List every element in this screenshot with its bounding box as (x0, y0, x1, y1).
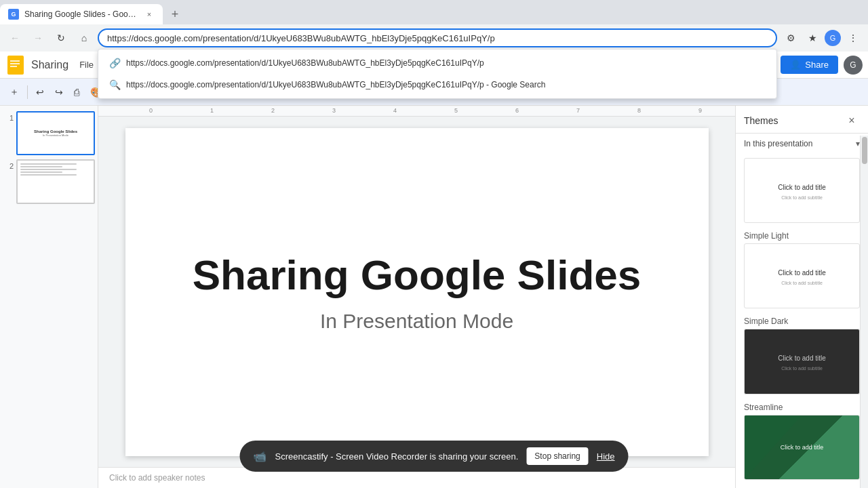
theme-preview-simple-light-subtitle: Click to add subtitle (781, 281, 823, 285)
slide-2-content (18, 161, 94, 202)
theme-preview-simple-light-inner: Click to add title Click to add subtitle (745, 244, 859, 308)
theme-name-simple-light: Simple Light (744, 231, 860, 241)
dropdown-item-2-text: https://docs.google.com/presentation/d/1… (126, 80, 545, 89)
ruler-label-7: 7 (576, 107, 580, 114)
browser-chrome: G Sharing Google Slides - Goog... × + ← … (0, 0, 868, 52)
tab-bar: G Sharing Google Slides - Goog... × + (0, 0, 868, 24)
forward-button[interactable]: → (28, 28, 47, 47)
insert-button[interactable]: ＋ (5, 83, 23, 102)
slide-2-thumb[interactable] (16, 159, 95, 203)
theme-preview-simple-dark-inner: Click to add title Click to add subtitle (745, 329, 859, 393)
slide-subtitle[interactable]: In Presentation Mode (320, 310, 513, 333)
theme-item-simple-dark[interactable]: Simple Dark Click to add title Click to … (736, 312, 868, 398)
app-title: Sharing (31, 59, 68, 71)
ruler-label-5: 5 (454, 107, 458, 114)
canvas-content: Sharing Google Slides In Presentation Mo… (98, 117, 735, 467)
active-tab[interactable]: G Sharing Google Slides - Goog... × (0, 4, 163, 24)
theme-item-streamline[interactable]: Streamline Click to add title (736, 399, 868, 484)
insert-icon: ＋ (9, 86, 19, 98)
ruler-label-2: 2 (271, 107, 275, 114)
notification-message: Screencastify - Screen Video Recorder is… (275, 451, 518, 462)
redo-button[interactable]: ↪ (51, 83, 67, 102)
reload-button[interactable]: ↻ (52, 28, 71, 47)
svg-rect-3 (10, 66, 17, 67)
svg-rect-0 (7, 56, 24, 75)
svg-rect-1 (10, 60, 20, 62)
slide-1-number: 1 (3, 111, 14, 122)
theme-preview-simple-dark: Click to add title Click to add subtitle (744, 329, 860, 394)
tab-favicon: G (8, 9, 19, 20)
themes-header: Themes × (736, 106, 868, 134)
theme-item-simple-light[interactable]: Simple Light Click to add title Click to… (736, 227, 868, 312)
address-bar[interactable]: https://docs.google.com/presentation/d/1… (98, 28, 777, 47)
user-avatar[interactable]: G (844, 56, 863, 75)
slide-1-thumb-subtitle: In Presentation Mode (43, 134, 68, 137)
extensions-button[interactable]: ⚙ (781, 28, 800, 47)
theme-preview-simple-dark-subtitle: Click to add subtitle (781, 366, 823, 371)
tab-close-button[interactable]: × (144, 9, 155, 20)
canvas-area: 0 1 2 3 4 5 6 7 8 9 Sharing Google Slide… (98, 106, 735, 488)
ruler-label-4: 4 (393, 107, 397, 114)
slide-panel: 1 Sharing Google Slides In Presentation … (0, 106, 98, 488)
theme-preview-streamline: Click to add title (744, 415, 860, 480)
theme-preview-streamline-title: Click to add title (778, 441, 827, 453)
address-container: https://docs.google.com/presentation/d/1… (98, 28, 777, 47)
slide-canvas[interactable]: Sharing Google Slides In Presentation Mo… (125, 128, 709, 456)
ruler-label-9: 9 (698, 107, 702, 114)
theme-preview-simple-light: Click to add title Click to add subtitle (744, 243, 860, 308)
thumb-line-1 (20, 163, 77, 165)
back-button[interactable]: ← (5, 28, 24, 47)
app-logo (5, 55, 26, 75)
link-icon: 🔗 (109, 58, 121, 68)
stop-sharing-button[interactable]: Stop sharing (526, 447, 588, 465)
ruler-label-3: 3 (332, 107, 336, 114)
thumb-line-2 (20, 166, 62, 167)
menu-button[interactable]: ⋮ (844, 28, 863, 47)
notification-bar: 📹 Screencastify - Screen Video Recorder … (239, 441, 628, 472)
themes-filter-label: In this presentation (744, 139, 853, 148)
share-button[interactable]: 👤 Share (781, 56, 838, 74)
home-button[interactable]: ⌂ (75, 28, 94, 47)
theme-preview-current-inner: Click to add title Click to add subtitle (745, 159, 859, 222)
share-label: Share (805, 60, 829, 70)
theme-preview-simple-dark-title: Click to add title (775, 352, 829, 365)
ruler-label-6: 6 (515, 107, 519, 114)
svg-rect-2 (10, 63, 20, 64)
themes-panel: Themes × In this presentation ▾ Click to… (735, 106, 868, 488)
ruler-label-8: 8 (637, 107, 641, 114)
theme-item-focus[interactable]: Focus Click to add title xxxxxxxxxx (736, 484, 868, 488)
thumb-line-4 (20, 171, 62, 173)
new-tab-button[interactable]: + (165, 5, 184, 24)
browser-actions: ⚙ ★ G ⋮ (781, 28, 863, 47)
hide-button[interactable]: Hide (597, 451, 615, 462)
print-button[interactable]: ⎙ (70, 83, 83, 102)
theme-item-current[interactable]: Click to add title Click to add subtitle (736, 154, 868, 227)
theme-preview-simple-light-title: Click to add title (775, 266, 829, 279)
screencastify-icon: 📹 (253, 450, 267, 463)
ruler-label-0: 0 (149, 107, 153, 114)
slide-2-number: 2 (3, 159, 14, 170)
thumb-line-5 (20, 174, 77, 176)
slide-notes-placeholder: Click to add speaker notes (109, 473, 205, 483)
menu-file[interactable]: File (74, 57, 99, 73)
dropdown-item-1-text: https://docs.google.com/presentation/d/1… (126, 58, 484, 68)
theme-name-simple-dark: Simple Dark (744, 317, 860, 326)
dropdown-item-1[interactable]: 🔗 https://docs.google.com/presentation/d… (98, 52, 776, 74)
slide-main-title[interactable]: Sharing Google Slides (193, 251, 641, 299)
separator-1 (27, 85, 28, 99)
themes-filter[interactable]: In this presentation ▾ (736, 134, 868, 154)
ruler-label-1: 1 (210, 107, 214, 114)
ruler-horizontal: 0 1 2 3 4 5 6 7 8 9 (98, 106, 735, 117)
undo-button[interactable]: ↩ (32, 83, 48, 102)
dropdown-item-2[interactable]: 🔍 https://docs.google.com/presentation/d… (98, 74, 776, 96)
slide-1-content: Sharing Google Slides In Presentation Mo… (18, 113, 94, 154)
slide-2-container: 2 (3, 159, 95, 203)
slide-1-container: 1 Sharing Google Slides In Presentation … (3, 111, 95, 155)
search-icon: 🔍 (109, 79, 121, 90)
slide-1-thumb[interactable]: Sharing Google Slides In Presentation Mo… (16, 111, 95, 155)
main-layout: 1 Sharing Google Slides In Presentation … (0, 106, 868, 488)
tab-title: Sharing Google Slides - Goog... (24, 9, 138, 19)
themes-close-button[interactable]: × (844, 113, 860, 129)
profile-button[interactable]: G (825, 30, 841, 46)
bookmarks-button[interactable]: ★ (803, 28, 822, 47)
